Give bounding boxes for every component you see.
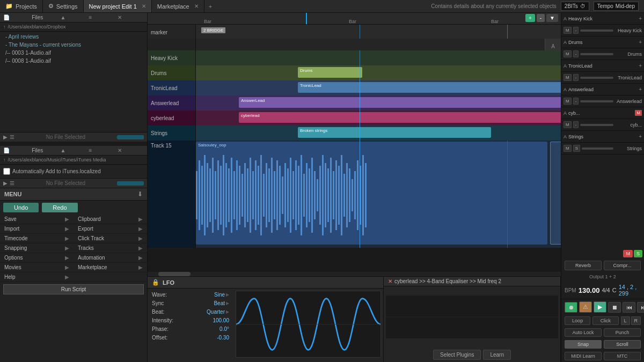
compr-box[interactable]: Compr... [604, 261, 641, 270]
master-m-button[interactable]: M [623, 250, 633, 257]
transport-play[interactable]: ▶ [594, 301, 606, 313]
tab-edit[interactable]: New project Edit 1 ✕ [84, 0, 152, 12]
scroll-button[interactable]: Scroll [604, 340, 641, 349]
lfo-wave-arrow[interactable]: ▶ [226, 292, 229, 297]
panel-close-2[interactable]: ✕ [118, 147, 144, 153]
track-lane-15[interactable]: Salsouley_oop [196, 141, 561, 248]
punch-button[interactable]: Punch [604, 328, 641, 337]
mixer-al-fader[interactable] [580, 100, 613, 102]
menu-item-clicktrack[interactable]: Click Track▶ [74, 234, 147, 243]
lfo-beat-arrow[interactable]: ▶ [226, 309, 229, 314]
mixer-str-m[interactable]: M [564, 145, 572, 152]
transport-fast-forward[interactable]: ⏭ [637, 302, 644, 313]
mixer-al-s[interactable]: - [573, 98, 579, 105]
auto-lock-button[interactable]: Auto Lock [565, 328, 602, 337]
itunes-checkbox-label[interactable]: Automatically Add to iTunes.localized [3, 168, 144, 175]
r-button[interactable]: R [631, 316, 641, 325]
track-lane-strings[interactable]: Broken strings [196, 125, 561, 141]
track-lane-heavykick[interactable] [196, 50, 561, 65]
panel-collapse-2[interactable]: ▲ [60, 147, 86, 153]
mixer-hk-s[interactable]: - [573, 27, 579, 34]
clip-bridge[interactable]: 2 BRIDGE [201, 27, 225, 33]
tab-projects[interactable]: 📁 Projects [0, 0, 43, 12]
menu-item-marketplace-menu[interactable]: Marketplace▶ [74, 263, 147, 272]
click-button[interactable]: Click [592, 316, 618, 325]
transport-stop[interactable]: ⏹ [608, 302, 621, 313]
mixer-cyb-s[interactable]: - [573, 121, 579, 128]
tab-close-marketplace[interactable]: ✕ [194, 3, 199, 9]
midi-learn-button[interactable]: MIDI Learn [565, 352, 602, 360]
clip-drums[interactable]: Drums [298, 67, 362, 78]
list-icon[interactable]: ☰ [10, 134, 14, 140]
file-item[interactable]: - The Mayans - current versions [0, 41, 147, 49]
panel-menu-2[interactable]: ≡ [89, 147, 115, 153]
menu-item-save[interactable]: Save▶ [0, 215, 74, 224]
mixer-cyb-fader[interactable] [580, 124, 613, 126]
file-item[interactable]: /-- 0003 1-Audio.aif [0, 49, 147, 57]
plus-icon[interactable]: + [639, 16, 642, 21]
plus-icon-5[interactable]: + [639, 134, 642, 139]
panel-collapse-1[interactable]: ▲ [60, 14, 86, 20]
mixer-tl-s[interactable]: - [573, 74, 579, 81]
clip-answerl[interactable]: AnswerLead [239, 97, 561, 108]
mixer-cyb-mute[interactable]: M [635, 110, 642, 116]
file-item[interactable]: - April reviews [0, 33, 147, 41]
transport-warn[interactable]: ⚠ [579, 301, 592, 313]
select-plugins-button[interactable]: Select Plugins [433, 350, 481, 360]
add-tab-button[interactable]: + [204, 3, 216, 10]
clip-tronicl[interactable]: TronicLead [298, 82, 561, 93]
mixer-hk-m[interactable]: M [564, 27, 572, 34]
clip-cyberl[interactable]: cyberlead [239, 112, 561, 123]
plugin-display[interactable] [386, 295, 558, 338]
reverb-box[interactable]: Reverb [565, 261, 602, 270]
clip-strings[interactable]: Broken strings [298, 127, 491, 138]
up-icon-2[interactable]: ↑ [3, 157, 6, 162]
menu-item-import[interactable]: Import▶ [0, 224, 74, 234]
mtc-button[interactable]: MTC [604, 352, 641, 360]
file-item[interactable]: /-- 0008 1-Audio.aif [0, 57, 147, 65]
menu-download-icon[interactable]: ⬇ [137, 190, 143, 198]
transport-rewind[interactable]: ⏮ [623, 302, 635, 313]
clip-15-ghost[interactable] [550, 142, 561, 245]
lfo-wave-display[interactable] [236, 291, 381, 358]
menu-item-movies[interactable]: Movies▶ [0, 263, 74, 272]
timeline-menu-button[interactable]: ▼ [546, 14, 558, 22]
lfo-sync-arrow[interactable]: ▶ [226, 301, 229, 306]
remove-track-button[interactable]: - [537, 14, 545, 22]
tab-close-edit[interactable]: ✕ [142, 3, 146, 9]
scrollbar-thumb[interactable] [158, 272, 191, 276]
learn-button[interactable]: Learn [483, 350, 511, 360]
transport-rec-arm[interactable]: ⏺ [565, 302, 577, 313]
track-lane-marker[interactable]: 2 BRIDGE [196, 25, 561, 40]
redo-button[interactable]: Redo [42, 203, 77, 212]
mixer-drums-s[interactable]: - [573, 50, 579, 57]
add-track-button[interactable]: + [525, 14, 535, 22]
mixer-str-fader[interactable] [582, 147, 613, 150]
menu-item-automation[interactable]: Automation▶ [74, 253, 147, 263]
track-lane-drums[interactable]: Drums [196, 65, 561, 80]
menu-item-options[interactable]: Options▶ [0, 253, 74, 263]
l-button[interactable]: L [621, 316, 630, 325]
mixer-cyb-m[interactable]: M [564, 121, 572, 128]
menu-item-export[interactable]: Export▶ [74, 224, 147, 234]
play-icon[interactable]: ▶ [3, 134, 8, 140]
itunes-checkbox[interactable] [3, 168, 10, 175]
undo-button[interactable]: Undo [3, 203, 39, 212]
mixer-str-s[interactable]: S [573, 145, 580, 152]
plus-icon-4[interactable]: + [639, 86, 642, 92]
snap-button[interactable]: Snap [565, 340, 602, 349]
menu-item-tracks[interactable]: Tracks▶ [74, 243, 147, 253]
master-s-button[interactable]: S [634, 250, 642, 257]
plus-icon-2[interactable]: + [639, 39, 642, 45]
list-icon-2[interactable]: ☰ [10, 180, 14, 186]
panel-menu-1[interactable]: ≡ [89, 14, 115, 20]
mixer-drums-fader[interactable] [580, 53, 613, 55]
horizontal-scrollbar[interactable] [148, 272, 561, 276]
panel-close-1[interactable]: ✕ [118, 14, 144, 20]
plus-icon-3[interactable]: + [639, 63, 642, 69]
mixer-drums-m[interactable]: M [564, 50, 572, 57]
run-script-button[interactable]: Run Script [3, 284, 144, 294]
track-lane-tronicl[interactable]: TronicLead [196, 80, 561, 95]
tab-settings[interactable]: ⚙ Settings [43, 0, 84, 12]
menu-item-snapping[interactable]: Snapping▶ [0, 243, 74, 253]
